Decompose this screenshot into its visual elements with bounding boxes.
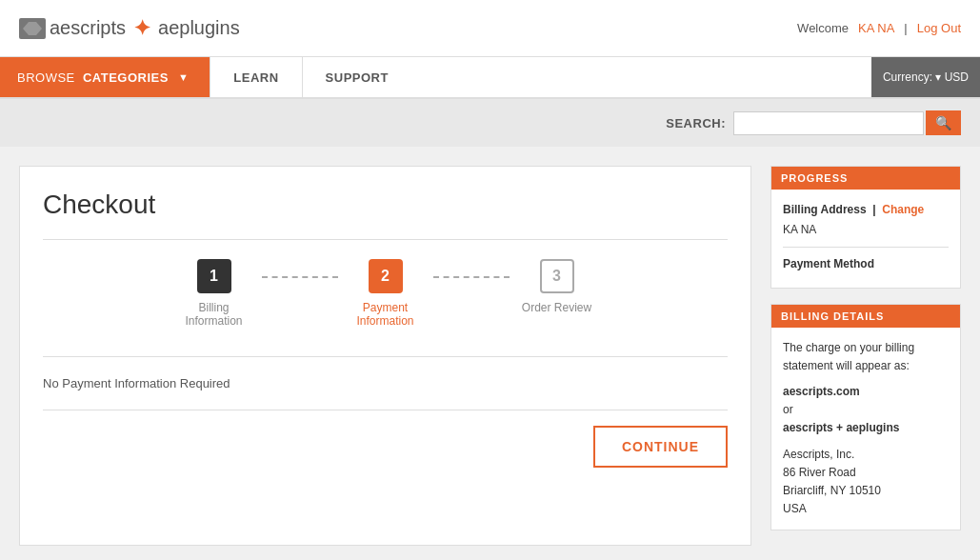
billing-site1: aescripts.com — [783, 383, 949, 401]
learn-nav-link[interactable]: LEARN — [210, 57, 301, 97]
currency-arrow-icon: ▾ — [935, 70, 941, 84]
step-2-label: PaymentInformation — [356, 301, 413, 328]
logo-text-aescripts: aescripts — [50, 17, 126, 39]
separator: | — [904, 21, 907, 35]
continue-btn-container: CONTINUE — [43, 426, 728, 468]
dropdown-arrow-icon: ▼ — [178, 71, 189, 83]
step-connector-2 — [433, 276, 510, 278]
progress-section: PROGRESS Billing Address | Change KA NA … — [770, 166, 961, 289]
search-label: SEARCH: — [666, 116, 726, 130]
checkout-steps: 1 BillingInformation 2 PaymentInformatio… — [43, 259, 728, 328]
top-bar: aescripts ✦ aeplugins Welcome KA NA | Lo… — [0, 0, 980, 57]
logo-text-aeplugins: aeplugins — [158, 17, 240, 39]
logout-link[interactable]: Log Out — [917, 21, 961, 35]
progress-divider — [783, 247, 949, 248]
billing-details-header: BILLING DETAILS — [771, 305, 960, 328]
billing-details-section: BILLING DETAILS The charge on your billi… — [770, 304, 961, 531]
browse-label: BROWSE — [17, 70, 75, 85]
billing-or: or — [783, 401, 949, 419]
search-input[interactable] — [733, 111, 924, 135]
progress-body: Billing Address | Change KA NA Payment M… — [771, 190, 960, 288]
browse-categories-button[interactable]: BROWSE Categories ▼ — [0, 57, 210, 97]
page-title: Checkout — [43, 190, 728, 220]
payment-method-label: Payment Method — [783, 255, 949, 273]
bottom-divider — [43, 410, 728, 410]
step-1-label: BillingInformation — [185, 301, 242, 328]
title-divider — [43, 239, 728, 240]
billing-country: USA — [783, 500, 949, 518]
top-right-nav: Welcome KA NA | Log Out — [797, 21, 961, 35]
billing-company: Aescripts, Inc. — [783, 446, 949, 464]
step-2: 2 PaymentInformation — [338, 259, 433, 328]
support-nav-link[interactable]: SUPPORT — [302, 57, 411, 97]
billing-address2: Briarcliff, NY 10510 — [783, 482, 949, 500]
welcome-text: Welcome — [797, 21, 849, 35]
sidebar: PROGRESS Billing Address | Change KA NA … — [770, 166, 961, 546]
currency-value: USD — [945, 70, 969, 84]
search-bar: SEARCH: 🔍 — [0, 99, 980, 147]
checkout-panel: Checkout 1 BillingInformation 2 PaymentI… — [19, 166, 751, 546]
change-link[interactable]: Change — [882, 203, 924, 216]
logo-separator: ✦ — [133, 16, 150, 41]
step-connector-1 — [262, 276, 338, 278]
categories-label: Categories — [83, 70, 169, 85]
no-payment-text: No Payment Information Required — [43, 376, 728, 390]
payment-divider — [43, 356, 728, 357]
step-1: 1 BillingInformation — [167, 259, 262, 328]
step-1-circle: 1 — [197, 259, 231, 293]
progress-user-name: KA NA — [783, 221, 949, 239]
progress-header: PROGRESS — [771, 167, 960, 190]
step-2-circle: 2 — [369, 259, 403, 293]
logo[interactable]: aescripts ✦ aeplugins — [19, 16, 240, 41]
step-3-label: Order Review — [522, 301, 591, 314]
billing-details-body: The charge on your billing statement wil… — [771, 328, 960, 530]
logo-icon — [19, 18, 46, 39]
currency-label: Currency: — [883, 70, 932, 84]
currency-selector[interactable]: Currency: ▾ USD — [871, 57, 980, 97]
charge-text: The charge on your billing statement wil… — [783, 339, 949, 375]
user-name-link[interactable]: KA NA — [858, 21, 894, 35]
billing-address-label: Billing Address | Change — [783, 201, 949, 219]
step-3: 3 Order Review — [510, 259, 605, 314]
billing-site2: aescripts + aeplugins — [783, 419, 949, 437]
search-button[interactable]: 🔍 — [926, 110, 961, 135]
step-3-circle: 3 — [540, 259, 574, 293]
main-container: Checkout 1 BillingInformation 2 PaymentI… — [0, 147, 980, 560]
continue-button[interactable]: CONTINUE — [593, 426, 728, 468]
billing-address1: 86 River Road — [783, 464, 949, 482]
nav-bar: BROWSE Categories ▼ LEARN SUPPORT Curren… — [0, 57, 980, 99]
